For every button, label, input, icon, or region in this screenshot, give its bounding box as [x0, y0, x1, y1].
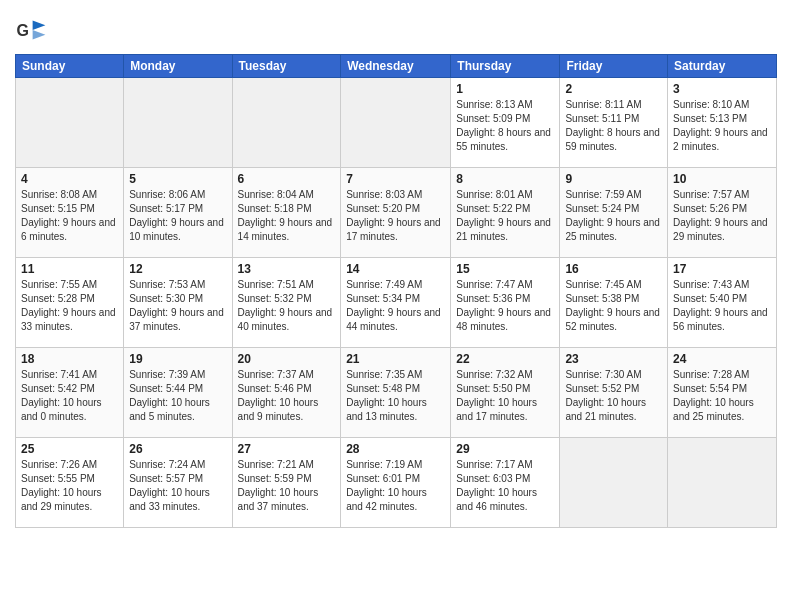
calendar-week-row: 11Sunrise: 7:55 AMSunset: 5:28 PMDayligh… [16, 258, 777, 348]
calendar-day-cell: 18Sunrise: 7:41 AMSunset: 5:42 PMDayligh… [16, 348, 124, 438]
calendar-week-row: 25Sunrise: 7:26 AMSunset: 5:55 PMDayligh… [16, 438, 777, 528]
day-info: Sunrise: 7:57 AMSunset: 5:26 PMDaylight:… [673, 188, 771, 244]
day-number: 18 [21, 352, 118, 366]
day-number: 26 [129, 442, 226, 456]
day-number: 27 [238, 442, 336, 456]
day-info: Sunrise: 7:17 AMSunset: 6:03 PMDaylight:… [456, 458, 554, 514]
calendar-day-cell: 1Sunrise: 8:13 AMSunset: 5:09 PMDaylight… [451, 78, 560, 168]
day-number: 6 [238, 172, 336, 186]
day-info: Sunrise: 7:32 AMSunset: 5:50 PMDaylight:… [456, 368, 554, 424]
day-number: 8 [456, 172, 554, 186]
day-number: 7 [346, 172, 445, 186]
day-number: 21 [346, 352, 445, 366]
svg-marker-2 [33, 30, 46, 40]
day-info: Sunrise: 7:45 AMSunset: 5:38 PMDaylight:… [565, 278, 662, 334]
day-info: Sunrise: 7:35 AMSunset: 5:48 PMDaylight:… [346, 368, 445, 424]
calendar-day-cell [341, 78, 451, 168]
day-info: Sunrise: 7:19 AMSunset: 6:01 PMDaylight:… [346, 458, 445, 514]
calendar-week-row: 18Sunrise: 7:41 AMSunset: 5:42 PMDayligh… [16, 348, 777, 438]
day-header-thursday: Thursday [451, 55, 560, 78]
day-info: Sunrise: 7:39 AMSunset: 5:44 PMDaylight:… [129, 368, 226, 424]
day-number: 13 [238, 262, 336, 276]
day-header-tuesday: Tuesday [232, 55, 341, 78]
calendar-day-cell: 13Sunrise: 7:51 AMSunset: 5:32 PMDayligh… [232, 258, 341, 348]
day-info: Sunrise: 7:43 AMSunset: 5:40 PMDaylight:… [673, 278, 771, 334]
calendar-day-cell: 10Sunrise: 7:57 AMSunset: 5:26 PMDayligh… [668, 168, 777, 258]
calendar-day-cell: 5Sunrise: 8:06 AMSunset: 5:17 PMDaylight… [124, 168, 232, 258]
calendar-day-cell [124, 78, 232, 168]
day-info: Sunrise: 7:30 AMSunset: 5:52 PMDaylight:… [565, 368, 662, 424]
day-info: Sunrise: 7:53 AMSunset: 5:30 PMDaylight:… [129, 278, 226, 334]
day-info: Sunrise: 8:11 AMSunset: 5:11 PMDaylight:… [565, 98, 662, 154]
day-info: Sunrise: 7:47 AMSunset: 5:36 PMDaylight:… [456, 278, 554, 334]
calendar-week-row: 4Sunrise: 8:08 AMSunset: 5:15 PMDaylight… [16, 168, 777, 258]
calendar-day-cell: 22Sunrise: 7:32 AMSunset: 5:50 PMDayligh… [451, 348, 560, 438]
day-info: Sunrise: 8:13 AMSunset: 5:09 PMDaylight:… [456, 98, 554, 154]
day-number: 17 [673, 262, 771, 276]
day-info: Sunrise: 8:01 AMSunset: 5:22 PMDaylight:… [456, 188, 554, 244]
day-header-friday: Friday [560, 55, 668, 78]
calendar-day-cell: 3Sunrise: 8:10 AMSunset: 5:13 PMDaylight… [668, 78, 777, 168]
calendar-week-row: 1Sunrise: 8:13 AMSunset: 5:09 PMDaylight… [16, 78, 777, 168]
day-header-wednesday: Wednesday [341, 55, 451, 78]
calendar-day-cell: 11Sunrise: 7:55 AMSunset: 5:28 PMDayligh… [16, 258, 124, 348]
calendar-day-cell: 28Sunrise: 7:19 AMSunset: 6:01 PMDayligh… [341, 438, 451, 528]
calendar-day-cell: 12Sunrise: 7:53 AMSunset: 5:30 PMDayligh… [124, 258, 232, 348]
logo-icon: G [15, 14, 47, 46]
day-number: 11 [21, 262, 118, 276]
calendar-day-cell [668, 438, 777, 528]
calendar-day-cell: 21Sunrise: 7:35 AMSunset: 5:48 PMDayligh… [341, 348, 451, 438]
day-info: Sunrise: 7:51 AMSunset: 5:32 PMDaylight:… [238, 278, 336, 334]
calendar-day-cell: 24Sunrise: 7:28 AMSunset: 5:54 PMDayligh… [668, 348, 777, 438]
day-info: Sunrise: 8:04 AMSunset: 5:18 PMDaylight:… [238, 188, 336, 244]
calendar-day-cell: 14Sunrise: 7:49 AMSunset: 5:34 PMDayligh… [341, 258, 451, 348]
day-number: 25 [21, 442, 118, 456]
calendar-day-cell [560, 438, 668, 528]
day-number: 20 [238, 352, 336, 366]
calendar-day-cell: 26Sunrise: 7:24 AMSunset: 5:57 PMDayligh… [124, 438, 232, 528]
day-info: Sunrise: 7:59 AMSunset: 5:24 PMDaylight:… [565, 188, 662, 244]
day-number: 3 [673, 82, 771, 96]
calendar-header-row: SundayMondayTuesdayWednesdayThursdayFrid… [16, 55, 777, 78]
svg-text:G: G [17, 22, 29, 39]
day-number: 19 [129, 352, 226, 366]
calendar-day-cell: 20Sunrise: 7:37 AMSunset: 5:46 PMDayligh… [232, 348, 341, 438]
calendar-day-cell: 7Sunrise: 8:03 AMSunset: 5:20 PMDaylight… [341, 168, 451, 258]
calendar-day-cell: 15Sunrise: 7:47 AMSunset: 5:36 PMDayligh… [451, 258, 560, 348]
calendar-day-cell: 17Sunrise: 7:43 AMSunset: 5:40 PMDayligh… [668, 258, 777, 348]
calendar-day-cell: 27Sunrise: 7:21 AMSunset: 5:59 PMDayligh… [232, 438, 341, 528]
calendar-day-cell [232, 78, 341, 168]
calendar-day-cell: 16Sunrise: 7:45 AMSunset: 5:38 PMDayligh… [560, 258, 668, 348]
day-number: 10 [673, 172, 771, 186]
calendar-day-cell: 4Sunrise: 8:08 AMSunset: 5:15 PMDaylight… [16, 168, 124, 258]
calendar-day-cell: 29Sunrise: 7:17 AMSunset: 6:03 PMDayligh… [451, 438, 560, 528]
logo: G [15, 14, 51, 46]
svg-marker-1 [33, 20, 46, 30]
day-info: Sunrise: 8:08 AMSunset: 5:15 PMDaylight:… [21, 188, 118, 244]
day-info: Sunrise: 7:41 AMSunset: 5:42 PMDaylight:… [21, 368, 118, 424]
day-number: 1 [456, 82, 554, 96]
day-info: Sunrise: 7:21 AMSunset: 5:59 PMDaylight:… [238, 458, 336, 514]
calendar-day-cell [16, 78, 124, 168]
calendar-day-cell: 23Sunrise: 7:30 AMSunset: 5:52 PMDayligh… [560, 348, 668, 438]
day-number: 28 [346, 442, 445, 456]
day-number: 12 [129, 262, 226, 276]
day-number: 22 [456, 352, 554, 366]
day-number: 5 [129, 172, 226, 186]
day-info: Sunrise: 7:28 AMSunset: 5:54 PMDaylight:… [673, 368, 771, 424]
day-info: Sunrise: 8:10 AMSunset: 5:13 PMDaylight:… [673, 98, 771, 154]
day-info: Sunrise: 7:49 AMSunset: 5:34 PMDaylight:… [346, 278, 445, 334]
day-number: 16 [565, 262, 662, 276]
day-header-sunday: Sunday [16, 55, 124, 78]
day-info: Sunrise: 8:03 AMSunset: 5:20 PMDaylight:… [346, 188, 445, 244]
day-info: Sunrise: 8:06 AMSunset: 5:17 PMDaylight:… [129, 188, 226, 244]
calendar-day-cell: 25Sunrise: 7:26 AMSunset: 5:55 PMDayligh… [16, 438, 124, 528]
day-number: 2 [565, 82, 662, 96]
calendar: SundayMondayTuesdayWednesdayThursdayFrid… [15, 54, 777, 528]
day-info: Sunrise: 7:24 AMSunset: 5:57 PMDaylight:… [129, 458, 226, 514]
day-number: 4 [21, 172, 118, 186]
day-number: 9 [565, 172, 662, 186]
calendar-day-cell: 19Sunrise: 7:39 AMSunset: 5:44 PMDayligh… [124, 348, 232, 438]
day-info: Sunrise: 7:37 AMSunset: 5:46 PMDaylight:… [238, 368, 336, 424]
calendar-day-cell: 9Sunrise: 7:59 AMSunset: 5:24 PMDaylight… [560, 168, 668, 258]
